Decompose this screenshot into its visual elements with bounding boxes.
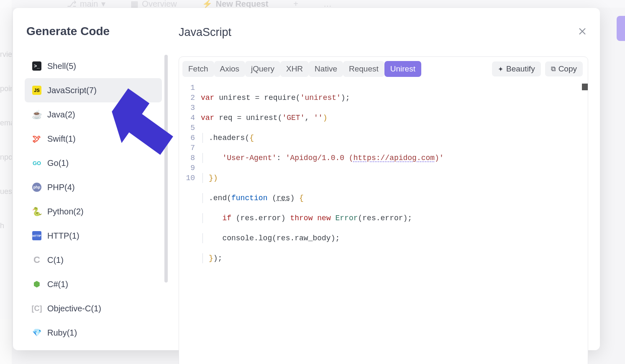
swift-icon: 🕊 — [32, 134, 41, 143]
bg-overview-tab: ▦ Overview — [131, 0, 177, 9]
tab-jquery[interactable]: jQuery — [245, 61, 280, 77]
panel-header: JavaScript — [179, 25, 588, 40]
sidebar-item-c[interactable]: C C(1) — [25, 248, 162, 272]
tab-unirest[interactable]: Unirest — [384, 61, 421, 77]
sidebar-item-label: HTTP(1) — [47, 231, 79, 241]
close-button[interactable] — [576, 25, 588, 40]
codebox-toolbar: Fetch Axios jQuery XHR Native Request Un… — [179, 57, 588, 81]
sidebar-item-label: C#(1) — [47, 280, 68, 289]
python-icon: 🐍 — [32, 207, 41, 216]
tab-request[interactable]: Request — [343, 61, 384, 77]
objectivec-icon: [C] — [32, 304, 41, 313]
sidebar-item-ruby[interactable]: 💎 Ruby(1) — [25, 321, 162, 345]
sidebar-item-label: C(1) — [47, 255, 64, 265]
panel-title: JavaScript — [179, 26, 231, 39]
sidebar-item-http[interactable]: HTTP HTTP(1) — [25, 224, 162, 248]
tab-fetch[interactable]: Fetch — [182, 61, 214, 77]
csharp-icon: ⬢ — [32, 280, 41, 289]
code-box: Fetch Axios jQuery XHR Native Request Un… — [179, 56, 588, 364]
code-content: var unirest = require('unirest'); var re… — [201, 83, 588, 313]
bg-branch: ⎇ main ▾ — [67, 0, 105, 9]
right-dropdown-handle[interactable] — [617, 16, 625, 41]
tab-axios[interactable]: Axios — [214, 61, 245, 77]
sidebar-item-javascript[interactable]: JS JavaScript(7) — [25, 78, 162, 102]
background-left-column: rviepoiremanpouesh — [0, 0, 12, 364]
sidebar-item-label: Java(2) — [47, 110, 75, 120]
sidebar-scrollbar[interactable] — [164, 55, 168, 283]
sidebar-item-label: Ruby(1) — [47, 328, 77, 338]
sidebar-item-label: JavaScript(7) — [47, 86, 97, 95]
copy-icon: ⧉ — [551, 65, 556, 73]
sidebar-item-objectivec[interactable]: [C] Objective-C(1) — [25, 296, 162, 321]
bg-new-request-tab: ⚡ New Request — [202, 0, 269, 9]
c-icon: C — [32, 255, 41, 265]
javascript-icon: JS — [32, 86, 41, 95]
copy-button[interactable]: ⧉ Copy — [545, 61, 583, 76]
background-toolbar: ⎇ main ▾ ▦ Overview ⚡ New Request + … — [0, 0, 625, 8]
magic-icon: ✦ — [498, 65, 503, 73]
language-list: >_ Shell(5) JS JavaScript(7) ☕ Java(2) 🕊… — [25, 54, 162, 345]
bg-more-icon: … — [323, 0, 332, 9]
sidebar-item-go[interactable]: GO Go(1) — [25, 151, 162, 175]
sidebar-item-label: Objective-C(1) — [47, 304, 101, 313]
sidebar-item-php[interactable]: php PHP(4) — [25, 175, 162, 199]
java-icon: ☕ — [32, 110, 41, 119]
bg-new-tab-icon: + — [293, 0, 298, 9]
library-tabs: Fetch Axios jQuery XHR Native Request Un… — [182, 61, 421, 77]
sidebar-item-csharp[interactable]: ⬢ C#(1) — [25, 272, 162, 296]
sidebar-item-label: Shell(5) — [47, 61, 76, 71]
sidebar-item-shell[interactable]: >_ Shell(5) — [25, 54, 162, 78]
go-icon: GO — [32, 158, 41, 168]
http-icon: HTTP — [32, 231, 41, 240]
code-area[interactable]: 1 2 3 4 5 6 7 8 9 10 var unirest = requi… — [179, 81, 588, 364]
shell-icon: >_ — [32, 61, 41, 71]
sidebar-title: Generate Code — [26, 25, 162, 38]
language-sidebar: Generate Code >_ Shell(5) JS JavaScript(… — [13, 8, 169, 350]
sidebar-item-label: Python(2) — [47, 207, 84, 216]
tab-xhr[interactable]: XHR — [280, 61, 309, 77]
ruby-icon: 💎 — [32, 328, 41, 337]
generate-code-modal: Generate Code >_ Shell(5) JS JavaScript(… — [13, 8, 600, 350]
tab-native[interactable]: Native — [309, 61, 343, 77]
overview-ruler-mark — [582, 84, 588, 90]
close-icon — [578, 27, 587, 36]
sidebar-item-java[interactable]: ☕ Java(2) — [25, 102, 162, 127]
php-icon: php — [32, 183, 41, 192]
sidebar-item-python[interactable]: 🐍 Python(2) — [25, 199, 162, 224]
sidebar-item-swift[interactable]: 🕊 Swift(1) — [25, 127, 162, 151]
code-panel: JavaScript Fetch Axios jQuery XHR Native… — [169, 8, 600, 350]
line-gutter: 1 2 3 4 5 6 7 8 9 10 — [179, 83, 201, 313]
beautify-button[interactable]: ✦ Beautify — [492, 61, 541, 76]
sidebar-item-label: Go(1) — [47, 158, 69, 168]
sidebar-item-label: Swift(1) — [47, 134, 76, 144]
sidebar-item-label: PHP(4) — [47, 183, 75, 192]
